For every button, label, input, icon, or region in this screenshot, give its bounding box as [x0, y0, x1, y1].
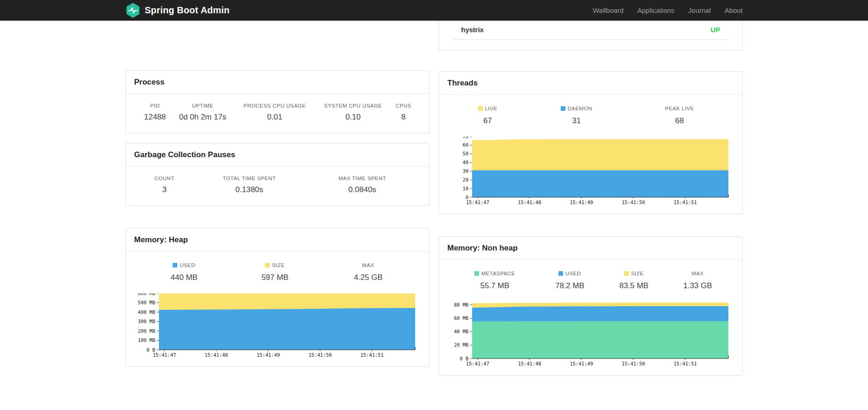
legend-label-peak-live: PEAK LIVE — [665, 106, 694, 111]
panel-applications-partial: hystrix UP — [439, 21, 743, 51]
memory-heap-panel-title: Memory: Heap — [126, 228, 429, 251]
legend-swatch-size — [265, 263, 270, 268]
metric-labels-row: COUNT TOTAL TIME SPENT MAX TIME SPENT — [139, 166, 416, 185]
svg-text:60: 60 — [462, 142, 468, 148]
navbar-links: Wallboard Applications Journal About — [586, 6, 743, 14]
legend-cell-metaspace: METASPACE — [452, 260, 538, 281]
threads-legend: LIVE DAEMON PEAK LIVE 67 31 68 — [439, 95, 742, 137]
metric-value-max: 1.33 GB — [666, 281, 729, 302]
legend-cell-live: LIVE — [452, 95, 523, 116]
memory-nonheap-chart: 0 B20 MB40 MB60 MB80 MB15:41:4715:41:481… — [439, 302, 742, 375]
memory-nonheap-legend: METASPACE USED SIZE MAX 55.7 MB — [439, 260, 742, 302]
memory-nonheap-chart-svg: 0 B20 MB40 MB60 MB80 MB15:41:4715:41:481… — [445, 302, 732, 370]
main-content: Process PID UPTIME PROCESS CPU USAGE SYS… — [125, 21, 743, 376]
memory-heap-legend-table: USED SIZE MAX 440 MB 597 MB 4.25 GB — [139, 251, 416, 293]
brand-home-link[interactable]: Spring Boot Admin — [125, 3, 230, 18]
gc-panel-title: Garbage Collection Pauses — [126, 143, 429, 166]
svg-text:15:41:47: 15:41:47 — [466, 361, 490, 366]
metric-value-peak-live: 68 — [630, 116, 729, 137]
memory-nonheap-panel-title: Memory: Non heap — [439, 237, 742, 260]
threads-chart: 01020304050607015:41:4715:41:4815:41:491… — [439, 137, 742, 214]
svg-text:20: 20 — [462, 177, 468, 182]
svg-text:15:41:50: 15:41:50 — [622, 199, 645, 205]
metric-values-row: 3 0.1380s 0.0840s — [139, 185, 416, 205]
legend-label-max: MAX — [362, 262, 374, 268]
spring-boot-admin-logo-icon — [125, 3, 141, 18]
metric-value-uptime: 0d 0h 2m 17s — [171, 113, 234, 133]
metric-labels-row: PID UPTIME PROCESS CPU USAGE SYSTEM CPU … — [139, 94, 416, 113]
nav-item-journal[interactable]: Journal — [682, 6, 718, 14]
metric-labels-row: LIVE DAEMON PEAK LIVE — [452, 95, 729, 116]
svg-text:600 MB: 600 MB — [138, 293, 155, 296]
metric-label-uptime: UPTIME — [171, 94, 234, 113]
svg-text:500 MB: 500 MB — [138, 300, 155, 305]
legend-cell-peak-live: PEAK LIVE — [630, 95, 729, 116]
svg-text:200 MB: 200 MB — [138, 328, 155, 334]
svg-text:80 MB: 80 MB — [454, 302, 468, 308]
svg-text:20 MB: 20 MB — [454, 342, 468, 347]
navbar-container: Spring Boot Admin Wallboard Applications… — [125, 0, 743, 21]
metric-value-live: 67 — [452, 116, 523, 137]
panel-threads: Threads LIVE DAEMON PEAK LIVE — [439, 71, 743, 214]
svg-text:10: 10 — [462, 186, 468, 191]
svg-text:0 B: 0 B — [147, 347, 155, 353]
legend-label-used: USED — [180, 262, 195, 268]
svg-text:15:41:51: 15:41:51 — [674, 199, 697, 205]
legend-swatch-metaspace — [474, 271, 479, 276]
metric-values-row: 67 31 68 — [452, 116, 729, 137]
legend-cell-size: SIZE — [602, 260, 666, 281]
legend-swatch-used — [558, 271, 563, 276]
metric-values-row: 55.7 MB 78.2 MB 83.5 MB 1.33 GB — [452, 281, 729, 302]
svg-text:15:41:49: 15:41:49 — [570, 361, 593, 366]
application-row-hystrix[interactable]: hystrix UP — [453, 21, 728, 40]
metric-value-process-cpu: 0.01 — [234, 113, 315, 133]
metric-value-used: 78.2 MB — [538, 281, 602, 302]
metric-label-process-cpu: PROCESS CPU USAGE — [234, 94, 315, 113]
memory-heap-chart: 0 B100 MB200 MB300 MB400 MB500 MB600 MB1… — [126, 293, 429, 366]
legend-cell-used: USED — [139, 251, 230, 273]
svg-text:15:41:51: 15:41:51 — [361, 352, 384, 358]
metric-value-pid: 12488 — [139, 113, 171, 133]
nav-item-applications[interactable]: Applications — [631, 6, 682, 14]
metric-values-row: 440 MB 597 MB 4.25 GB — [139, 273, 416, 293]
svg-text:15:41:50: 15:41:50 — [309, 352, 332, 358]
panel-footer-spacer — [439, 40, 742, 50]
gc-metrics-table: COUNT TOTAL TIME SPENT MAX TIME SPENT 3 … — [139, 166, 416, 205]
nav-item-wallboard[interactable]: Wallboard — [586, 6, 631, 14]
svg-text:30: 30 — [462, 168, 468, 174]
svg-text:70: 70 — [462, 137, 468, 139]
left-column: Process PID UPTIME PROCESS CPU USAGE SYS… — [125, 21, 429, 367]
metric-labels-row: METASPACE USED SIZE MAX — [452, 260, 729, 281]
metric-labels-row: USED SIZE MAX — [139, 251, 416, 273]
legend-label-metaspace: METASPACE — [481, 271, 515, 276]
svg-text:15:41:48: 15:41:48 — [518, 361, 541, 366]
svg-text:15:41:50: 15:41:50 — [622, 361, 645, 366]
nav-item-about[interactable]: About — [718, 6, 743, 14]
metric-label-count: COUNT — [139, 166, 190, 185]
metric-label-pid: PID — [139, 94, 171, 113]
legend-swatch-size — [624, 271, 629, 276]
status-badge: UP — [710, 26, 720, 34]
metric-values-row: 12488 0d 0h 2m 17s 0.01 0.10 8 — [139, 113, 416, 133]
metric-value-max: 4.25 GB — [321, 273, 416, 293]
legend-label-max: MAX — [692, 271, 704, 276]
svg-text:40: 40 — [462, 159, 468, 165]
legend-swatch-daemon — [561, 106, 565, 111]
svg-text:15:41:47: 15:41:47 — [153, 352, 176, 358]
metric-value-size: 83.5 MB — [602, 281, 666, 302]
process-metrics-table: PID UPTIME PROCESS CPU USAGE SYSTEM CPU … — [139, 94, 416, 133]
svg-text:0 B: 0 B — [460, 356, 468, 361]
svg-text:300 MB: 300 MB — [138, 319, 155, 324]
memory-nonheap-legend-table: METASPACE USED SIZE MAX 55.7 MB — [452, 260, 729, 302]
metric-value-size: 597 MB — [230, 273, 321, 293]
metric-value-system-cpu: 0.10 — [315, 113, 391, 133]
legend-cell-max: MAX — [666, 260, 729, 281]
svg-text:15:41:51: 15:41:51 — [674, 361, 697, 366]
metric-label-max-time: MAX TIME SPENT — [309, 166, 416, 185]
threads-legend-table: LIVE DAEMON PEAK LIVE 67 31 68 — [452, 95, 729, 137]
legend-cell-size: SIZE — [230, 251, 321, 273]
legend-label-live: LIVE — [485, 106, 497, 111]
legend-cell-max: MAX — [321, 251, 416, 273]
memory-heap-chart-svg: 0 B100 MB200 MB300 MB400 MB500 MB600 MB1… — [131, 293, 419, 361]
svg-text:0: 0 — [466, 194, 468, 200]
